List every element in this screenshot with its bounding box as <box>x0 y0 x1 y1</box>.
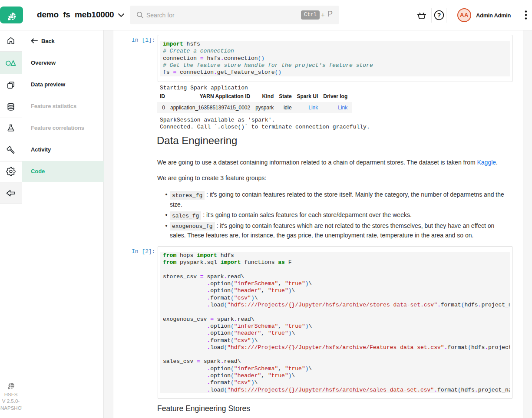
svg-text:?: ? <box>437 12 441 19</box>
